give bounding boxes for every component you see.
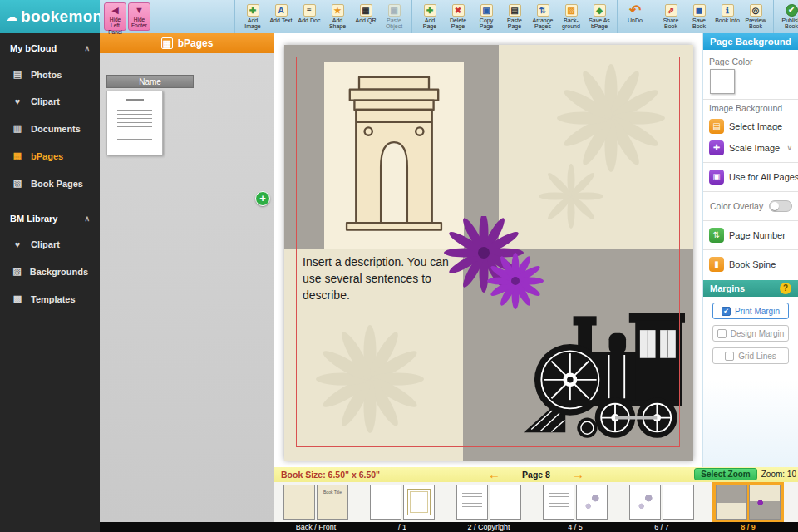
page-thumb[interactable] — [456, 485, 488, 520]
page-thumb[interactable] — [403, 485, 435, 520]
page-thumb-current-right[interactable] — [749, 485, 781, 520]
share-book-button[interactable]: ⇗ Share Book — [658, 2, 684, 32]
add-text-button[interactable]: A Add Text — [268, 2, 294, 32]
undo-button[interactable]: ↶ UnDo — [622, 2, 648, 32]
filmstrip-pair-cover[interactable]: Book Title — [283, 485, 349, 520]
delete-page-icon: ✖ — [452, 4, 465, 17]
add-shape-icon: ★ — [332, 4, 344, 17]
grid-lines-checkbox[interactable]: Grid Lines — [712, 347, 789, 364]
paste-page-icon: ▤ — [509, 4, 521, 17]
select-image-button[interactable]: ▤ Select Image — [708, 116, 793, 137]
save-as-bpage-button[interactable]: ◆ Save As bPage — [586, 2, 613, 32]
page-background-header: Page Background — [703, 33, 798, 50]
book-info-icon: ℹ — [722, 4, 734, 17]
paste-object-button[interactable]: ▣ Paste Object — [381, 2, 407, 32]
book-spine-icon: ▮ — [709, 257, 724, 272]
checkbox-label: Grid Lines — [738, 352, 776, 361]
sidebar-section-bm-library[interactable]: BM Library ∧ — [0, 204, 100, 231]
page-thumb-front-cover[interactable]: Book Title — [317, 485, 348, 520]
book-spine-button[interactable]: ▮ Book Spine — [708, 254, 793, 275]
background-icon: ▨ — [565, 4, 578, 17]
toggle-knob — [771, 202, 779, 210]
print-margin-checkbox[interactable]: ✔ Print Margin — [712, 303, 789, 319]
book-info-button[interactable]: ℹ Book Info — [714, 2, 741, 32]
scale-image-button[interactable]: ✚ Scale Image ∨ — [708, 137, 793, 159]
page-thumb[interactable] — [543, 485, 574, 520]
background-button[interactable]: ▨ Back-ground — [558, 2, 584, 32]
page-color-swatch[interactable] — [710, 69, 735, 94]
button-label: Add Doc — [298, 17, 321, 24]
button-label: Paste Page — [502, 17, 527, 31]
add-shape-button[interactable]: ★ Add Shape — [324, 2, 351, 32]
design-margin-checkbox[interactable]: Design Margin — [712, 325, 789, 342]
sidebar-item-documents[interactable]: ▥ Documents — [0, 115, 100, 142]
select-image-icon: ▤ — [709, 119, 724, 134]
filmstrip-pair-1[interactable] — [369, 485, 436, 520]
sidebar-item-photos[interactable]: ▤ Photos — [0, 61, 100, 88]
page-number-button[interactable]: ⇅ Page Number — [708, 224, 793, 246]
bookemon-logo[interactable]: ☁ bookemon — [0, 0, 100, 33]
save-as-bpage-icon: ◆ — [594, 4, 606, 17]
hide-footer-button[interactable]: ▼ Hide Footer — [128, 2, 150, 31]
button-label: Arrange Pages — [530, 17, 555, 31]
page-thumb[interactable] — [576, 485, 608, 520]
filmstrip-pair-4-5[interactable] — [542, 485, 608, 520]
filmstrip-pair-6-7[interactable] — [628, 485, 695, 520]
add-image-button[interactable]: ✚ Add Image — [239, 2, 266, 32]
document-icon: ▥ — [12, 123, 23, 134]
select-zoom-button[interactable]: Select Zoom — [694, 468, 756, 480]
page-thumb[interactable] — [370, 485, 401, 520]
add-page-button[interactable]: ✚ Add Page — [416, 2, 443, 32]
description-text-block[interactable]: Insert a description. You can use severa… — [303, 254, 454, 304]
sidebar-item-clipart[interactable]: ♥ Clipart — [0, 88, 100, 115]
sidebar-item-templates[interactable]: ▩ Templates — [0, 285, 100, 313]
help-icon[interactable]: ? — [780, 283, 791, 294]
bpage-thumbnail[interactable] — [106, 91, 163, 155]
scale-image-icon: ✚ — [709, 140, 724, 155]
book-size-label: Book Size: 6.50" x 6.50" — [281, 470, 380, 480]
filmstrip-pair-8-9[interactable] — [715, 485, 781, 520]
add-doc-button[interactable]: ≡ Add Doc — [296, 2, 323, 32]
arrange-pages-button[interactable]: ⇅ Arrange Pages — [530, 2, 556, 32]
preview-book-button[interactable]: ◎ Preview Book — [742, 2, 769, 32]
page-thumb[interactable] — [629, 485, 661, 520]
copy-page-button[interactable]: ▣ Copy Page — [473, 2, 500, 32]
checkbox-label: Design Margin — [731, 329, 784, 338]
button-label: Book Info — [715, 17, 740, 24]
delete-page-button[interactable]: ✖ Delete Page — [445, 2, 471, 32]
button-label: Add Shape — [325, 17, 350, 31]
heart-icon: ♥ — [12, 96, 23, 106]
sidebar-item-backgrounds[interactable]: ▨ Backgrounds — [0, 258, 100, 285]
add-bpage-button[interactable]: + — [255, 191, 270, 206]
publish-book-button[interactable]: ✔ Publish Book — [778, 2, 798, 32]
filmstrip-pair-2-copyright[interactable] — [456, 485, 522, 520]
button-label: Page Number — [729, 230, 786, 240]
sidebar-item-library-clipart[interactable]: ♥ Clipart — [0, 231, 100, 258]
arch-clipart — [336, 73, 452, 238]
arch-image-frame[interactable] — [324, 62, 464, 249]
checkbox-label: Print Margin — [735, 307, 780, 316]
button-label: Save As bPage — [587, 17, 612, 31]
sidebar-item-label: Documents — [31, 124, 81, 134]
page-color-label: Page Color — [709, 57, 793, 66]
name-column-header[interactable]: Name — [106, 75, 194, 88]
page-thumb[interactable] — [663, 485, 694, 520]
book-page-spread[interactable]: Insert a description. You can use severa… — [284, 45, 693, 461]
save-book-button[interactable]: ◼ Save Book — [686, 2, 712, 32]
purple-flowers-clipart[interactable] — [444, 216, 547, 311]
sidebar-section-my-bcloud[interactable]: My bCloud ∧ — [0, 33, 100, 61]
sidebar-item-book-pages[interactable]: ▧ Book Pages — [0, 170, 100, 197]
paste-page-button[interactable]: ▤ Paste Page — [501, 2, 528, 32]
prev-page-arrow[interactable]: ← — [488, 468, 500, 481]
chevron-up-icon: ∧ — [84, 44, 90, 52]
sidebar-item-bpages[interactable]: ▦ bPages — [0, 142, 100, 170]
button-label: Back-ground — [559, 17, 584, 31]
page-thumb[interactable] — [490, 485, 521, 520]
hide-left-panel-button[interactable]: ◀ Hide Left Panel — [104, 2, 126, 31]
page-thumb-current-left[interactable] — [716, 485, 747, 520]
add-qr-button[interactable]: ▦ Add QR — [352, 2, 379, 32]
page-thumb-back-cover[interactable] — [283, 485, 315, 520]
color-overlay-toggle[interactable] — [769, 200, 792, 212]
next-page-arrow[interactable]: → — [572, 468, 584, 481]
use-for-all-pages-button[interactable]: ▣ Use for All Pages — [708, 166, 793, 188]
